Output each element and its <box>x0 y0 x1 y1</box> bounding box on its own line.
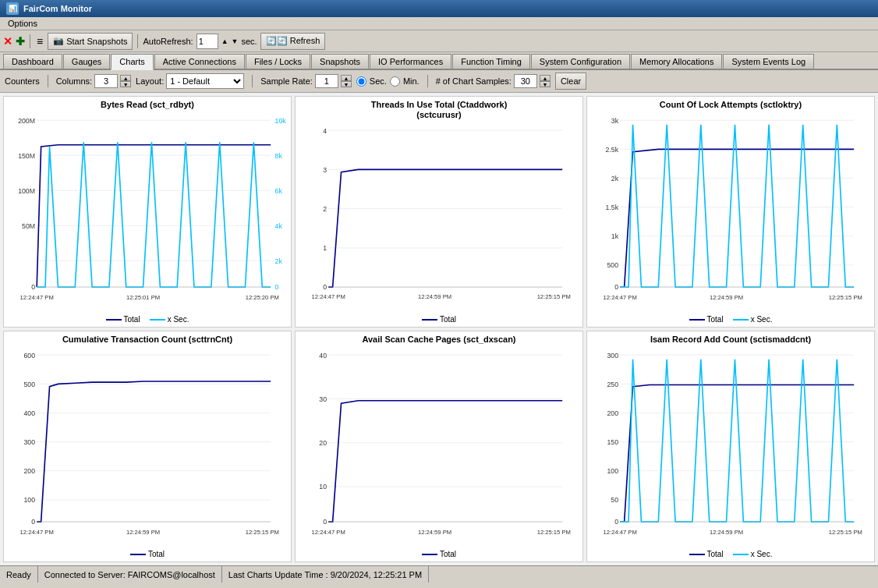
menubar: Options <box>0 17 878 30</box>
columns-spinner: ▲ ▼ <box>120 75 131 87</box>
svg-text:200M: 200M <box>18 117 35 125</box>
spinner-down[interactable]: ▼ <box>232 37 239 45</box>
chart-scan-cache: Avail Scan Cache Pages (sct_dxscan) 40 3… <box>295 331 583 562</box>
titlebar: 📊 FairCom Monitor <box>0 0 878 17</box>
columns-down[interactable]: ▼ <box>120 81 131 87</box>
svg-text:2: 2 <box>323 205 327 213</box>
chart-lock-attempts-title: Count Of Lock Attempts (sctloktry) <box>590 100 871 110</box>
svg-text:12:24:47 PM: 12:24:47 PM <box>20 294 54 301</box>
chart-bytes-read-title: Bytes Read (sct_rdbyt) <box>7 100 288 110</box>
min-radio-label: Min. <box>403 76 420 86</box>
min-radio[interactable] <box>390 76 400 87</box>
svg-text:12:24:47 PM: 12:24:47 PM <box>20 529 54 536</box>
svg-text:12:24:59 PM: 12:24:59 PM <box>418 293 451 300</box>
svg-text:12:24:59 PM: 12:24:59 PM <box>710 529 743 536</box>
time-unit-group: Sec. Min. <box>356 76 420 87</box>
tab-charts[interactable]: Charts <box>111 54 153 70</box>
sec-label: sec. <box>242 37 257 46</box>
statusbar: Ready Connected to Server: FAIRCOMS@loca… <box>0 565 878 583</box>
chart-threads-legend: Total <box>299 315 579 324</box>
chart-scan-cache-title: Avail Scan Cache Pages (sct_dxscan) <box>299 335 579 345</box>
chart-lock-attempts-area: 3k 2.5k 2k 1.5k 1k 500 0 12:24:47 PM 12:… <box>590 112 871 313</box>
chart-isam-record-area: 300 250 200 150 100 50 0 12:24:47 PM 12:… <box>590 346 871 548</box>
list-icon[interactable]: ≡ <box>35 35 44 48</box>
svg-text:12:25:01 PM: 12:25:01 PM <box>126 294 160 301</box>
chart-transaction-legend: Total <box>7 550 288 558</box>
svg-text:50: 50 <box>611 496 618 504</box>
tab-gauges[interactable]: Gauges <box>63 54 111 69</box>
svg-text:300: 300 <box>23 438 35 446</box>
chart-isam-record: Isam Record Add Count (sctismaddcnt) 300… <box>586 331 875 562</box>
app-title: FairCom Monitor <box>23 4 92 13</box>
svg-text:12:24:47 PM: 12:24:47 PM <box>312 529 345 536</box>
chart-bytes-read-legend: Total x Sec. <box>7 315 288 324</box>
svg-text:0: 0 <box>323 284 327 292</box>
chart-samples-label: # of Chart Samples: <box>436 76 512 86</box>
svg-text:12:25:15 PM: 12:25:15 PM <box>829 529 862 536</box>
svg-text:12:25:15 PM: 12:25:15 PM <box>829 294 862 301</box>
legend-total-isam: Total <box>689 550 724 558</box>
svg-text:12:24:59 PM: 12:24:59 PM <box>418 529 451 536</box>
svg-text:0: 0 <box>323 518 327 526</box>
tab-io-performances[interactable]: IO Performances <box>370 54 451 69</box>
chart-samples-down[interactable]: ▼ <box>540 81 551 87</box>
tab-system-configuration[interactable]: System Configuration <box>531 54 630 69</box>
chart-samples-up[interactable]: ▲ <box>540 75 551 81</box>
chart-samples-group: # of Chart Samples: ▲ ▼ <box>436 74 551 88</box>
svg-text:12:24:47 PM: 12:24:47 PM <box>604 529 637 536</box>
tab-memory-allocations[interactable]: Memory Allocations <box>631 54 722 69</box>
svg-text:30: 30 <box>319 395 327 403</box>
status-server: Connected to Server: FAIRCOMS@localhost <box>38 566 222 583</box>
spinner-up[interactable]: ▲ <box>221 37 228 45</box>
svg-text:20: 20 <box>319 439 327 447</box>
tab-function-timing[interactable]: Function Timing <box>452 54 530 69</box>
toolbar-sep-1 <box>30 34 30 48</box>
svg-text:0: 0 <box>275 283 279 291</box>
svg-text:1k: 1k <box>611 232 619 240</box>
counters-label: Counters <box>5 76 40 86</box>
svg-text:0: 0 <box>614 518 618 526</box>
refresh-button[interactable]: 🔄 🔄 Refresh <box>260 33 326 50</box>
layout-group: Layout: 1 - Default 2 - Custom <box>136 73 244 89</box>
clear-button[interactable]: Clear <box>555 73 586 90</box>
sample-rate-spinner: ▲ ▼ <box>341 75 352 87</box>
sec-radio[interactable] <box>356 76 366 87</box>
close-icon[interactable]: ✕ <box>3 35 12 48</box>
svg-text:0: 0 <box>31 283 35 291</box>
columns-input[interactable] <box>94 74 118 88</box>
svg-text:12:24:47 PM: 12:24:47 PM <box>312 293 345 300</box>
layout-select[interactable]: 1 - Default 2 - Custom <box>166 73 244 89</box>
autorefresh-input[interactable] <box>196 34 218 49</box>
tab-files-locks[interactable]: Files / Locks <box>246 54 310 69</box>
controlsbar: Counters Columns: ▲ ▼ Layout: 1 - Defaul… <box>0 70 878 93</box>
chart-threads-area: 4 3 2 1 0 12:24:47 PM 12:24:59 PM 12:25:… <box>299 122 579 313</box>
sample-rate-down[interactable]: ▼ <box>341 81 352 87</box>
svg-text:40: 40 <box>319 352 327 360</box>
start-snapshots-button[interactable]: 📷 Start Snapshots <box>48 33 133 50</box>
tab-dashboard[interactable]: Dashboard <box>3 54 62 69</box>
svg-text:12:24:59 PM: 12:24:59 PM <box>710 294 743 301</box>
sample-rate-input[interactable] <box>315 74 338 88</box>
controls-sep-3 <box>427 75 428 87</box>
legend-total-trans: Total <box>130 550 165 558</box>
svg-text:400: 400 <box>23 409 35 417</box>
svg-text:2.5k: 2.5k <box>606 146 619 154</box>
add-icon[interactable]: ✚ <box>16 35 25 48</box>
chart-threads-title: Threads In Use Total (Ctaddwork)(sctcuru… <box>299 100 579 120</box>
svg-text:2k: 2k <box>275 257 283 265</box>
clear-label: Clear <box>561 76 581 86</box>
menu-options[interactable]: Options <box>3 17 42 30</box>
sample-rate-up[interactable]: ▲ <box>341 75 352 81</box>
tab-snapshots[interactable]: Snapshots <box>311 54 369 69</box>
refresh-icon: 🔄 <box>266 36 277 46</box>
svg-text:10k: 10k <box>275 117 287 125</box>
status-ready: Ready <box>0 566 38 583</box>
columns-up[interactable]: ▲ <box>120 75 131 81</box>
tab-system-events-log[interactable]: System Events Log <box>723 54 814 69</box>
columns-label: Columns: <box>56 76 92 86</box>
legend-total: Total <box>106 315 140 324</box>
tab-active-connections[interactable]: Active Connections <box>154 54 245 69</box>
svg-text:3k: 3k <box>611 117 619 125</box>
chart-samples-input[interactable] <box>514 74 537 88</box>
svg-text:100M: 100M <box>18 187 35 195</box>
